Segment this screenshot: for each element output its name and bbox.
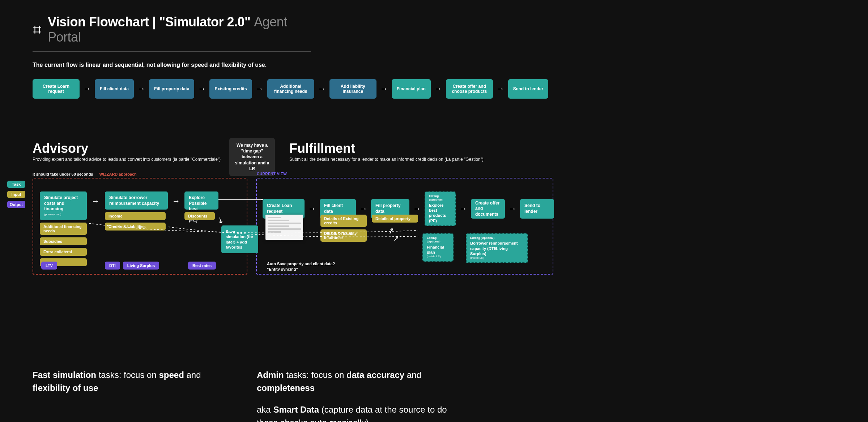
legend-output: Output	[7, 201, 25, 208]
flow-step: Financial plan	[392, 79, 431, 99]
task-send-lender: Send to lender	[520, 199, 554, 219]
legend-task: Task	[7, 181, 25, 188]
flow-step: Fill property data	[149, 79, 194, 99]
output-ltv: LTV	[41, 262, 57, 270]
input-existing-credits: Details of Existing credits	[320, 215, 367, 227]
adv-col-1: Simulate project costs and financing (pr…	[40, 191, 87, 266]
arrow-icon: →	[359, 204, 367, 214]
output-dti: DTI	[105, 262, 120, 270]
arrow-icon: →	[459, 204, 467, 214]
input-discounts: Discounts	[184, 212, 215, 220]
screenshot-thumbnail	[265, 215, 303, 240]
arrow-icon: →	[256, 84, 264, 94]
task-simulate-project: Simulate project costs and financing (pr…	[40, 191, 87, 220]
legend-input: Input	[7, 191, 25, 198]
intro-text: The current flow is linear and sequentia…	[33, 62, 835, 68]
current-view-label: CURRENT VIEW	[257, 172, 287, 176]
arrow-icon: →	[318, 84, 326, 94]
fulfillment-heading-block: Fulfillment Submit all the details neces…	[289, 141, 484, 162]
flow-step: Add liability insurance	[329, 79, 376, 99]
flow-step: Send to lender	[508, 79, 548, 99]
hint-text: it should take under 60 seconds	[33, 172, 93, 176]
adv-col-2: Simulate borrower reimbursement capacity…	[105, 191, 168, 231]
adv-col-3: Explore Possible best products (PE) Disc…	[184, 191, 218, 220]
arrow-icon: →	[198, 84, 206, 94]
advisory-hint: it should take under 60 seconds WIZZARD …	[33, 172, 137, 176]
adv-col3-outputs: Best rates	[188, 262, 216, 270]
advisory-heading: Advisory	[33, 141, 221, 156]
legend: Task Input Output	[7, 181, 25, 208]
arrow-icon: →	[308, 204, 316, 214]
ful-client-inputs: Details of Existing credits Details of l…	[320, 215, 367, 242]
task-save-simulation: Save simulation (for later) + add favori…	[221, 225, 258, 253]
advisory-heading-block: Advisory Providing expert and tailored a…	[33, 141, 221, 162]
input-income: Income	[105, 212, 166, 220]
input-credits-liabilities: Credits & Liabilities	[105, 223, 166, 231]
arrow-icon: →	[137, 84, 145, 94]
input-subsidies: Subsidies	[40, 237, 87, 245]
flow-step: Create offer and choose products	[446, 79, 493, 99]
task-create-offer: Create offer and documents	[471, 199, 505, 219]
flow-step: Additional financing needs	[267, 79, 314, 99]
auto-save-note: Auto Save property and client data? "Ent…	[267, 261, 335, 272]
arrow-icon: →	[497, 84, 505, 94]
task-explore-products-opt: Editing (Optional) Explore best products…	[425, 191, 456, 226]
advisory-desc: Providing expert and tailored advice to …	[33, 157, 221, 162]
title-main: Vision Flowchart | "Simulator 2.0"	[48, 14, 251, 29]
flow-step: Fill client data	[95, 79, 134, 99]
input-extra-collateral: Extra collateral	[40, 248, 87, 256]
arrow-icon: →	[83, 84, 91, 94]
flow-step: Exisitng credits	[209, 79, 252, 99]
arrow-icon: →	[509, 204, 516, 214]
input-liability-insurance: Details of liability insurance	[320, 229, 367, 242]
fulfillment-desc: Submit all the details necessary for a l…	[289, 157, 484, 162]
linear-flow: Create Loarn request→Fill client data→Fi…	[33, 79, 835, 99]
ful-property-inputs: Details of property	[372, 215, 418, 223]
bottom-left-text: Fast simulation tasks: focus on speed an…	[33, 369, 235, 395]
gap-note: We may have a "time gap" between a simul…	[229, 138, 275, 176]
arrow-icon: →	[413, 204, 421, 214]
task-simulate-capacity: Simulate borrower reimbursement capacity	[105, 191, 168, 210]
page-header: Vision Flowchart | "Simulator 2.0" Agent…	[33, 14, 311, 52]
input-additional-financing: Additional financing needs	[40, 223, 87, 235]
adv-col1-outputs: LTV	[41, 262, 57, 270]
task-borrower-capacity-opt: Editing (Optional) Borrower reimbursemen…	[466, 233, 528, 263]
output-living-surplus: Living Surplus	[123, 262, 159, 270]
wizzard-label: WIZZARD approach	[99, 172, 137, 176]
flow-step: Create Loarn request	[33, 79, 80, 99]
task-explore-products: Explore Possible best products (PE)	[184, 191, 218, 210]
arrow-icon: →	[172, 197, 180, 206]
arrow-icon: →	[380, 84, 388, 94]
page-title: Vision Flowchart | "Simulator 2.0" Agent…	[48, 14, 311, 45]
output-best-rates: Best rates	[188, 262, 216, 270]
fulfillment-heading: Fulfillment	[289, 141, 484, 156]
frame-icon	[33, 25, 42, 34]
arrow-icon: →	[92, 197, 99, 206]
bottom-right-text: Admin tasks: focus on data accuracy and …	[257, 369, 467, 422]
adv-col2-outputs: DTI Living Surplus	[105, 262, 159, 270]
arrow-icon: →	[434, 84, 442, 94]
task-financial-plan-opt: Editing (Optional) Financial plan (insid…	[422, 233, 454, 262]
input-property-details: Details of property	[372, 215, 418, 223]
